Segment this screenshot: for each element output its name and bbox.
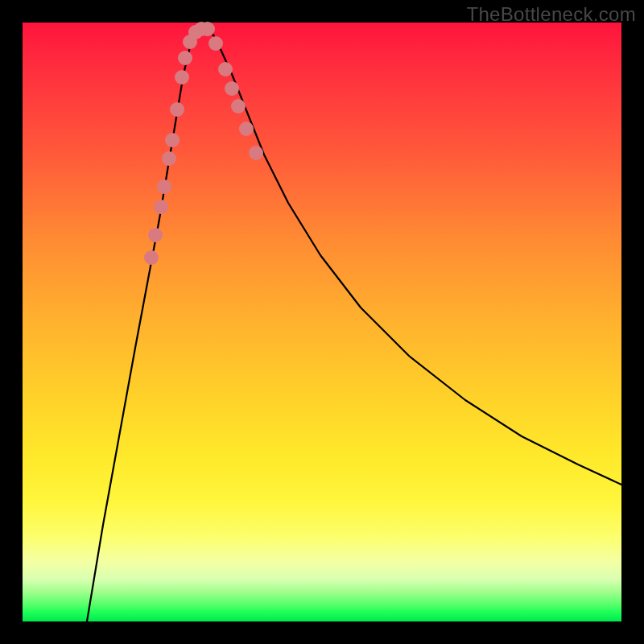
- markers-group: [144, 22, 263, 265]
- curve-path: [87, 27, 621, 621]
- marker-dot: [148, 228, 163, 242]
- chart-svg: [23, 23, 621, 621]
- marker-dot: [208, 36, 223, 51]
- marker-dot: [218, 62, 233, 76]
- marker-dot: [225, 81, 239, 96]
- marker-dot: [175, 70, 189, 85]
- marker-dot: [200, 22, 215, 36]
- watermark-text: TheBottleneck.com: [466, 3, 636, 26]
- marker-dot: [162, 151, 176, 166]
- marker-dot: [231, 99, 246, 114]
- marker-dot: [144, 250, 159, 265]
- marker-dot: [249, 146, 263, 160]
- marker-dot: [239, 122, 254, 136]
- plot-area: [23, 23, 621, 621]
- marker-dot: [154, 200, 168, 214]
- marker-dot: [157, 180, 171, 194]
- marker-dot: [165, 133, 180, 147]
- chart-frame: TheBottleneck.com: [0, 0, 644, 644]
- marker-dot: [170, 102, 184, 117]
- marker-dot: [178, 51, 192, 65]
